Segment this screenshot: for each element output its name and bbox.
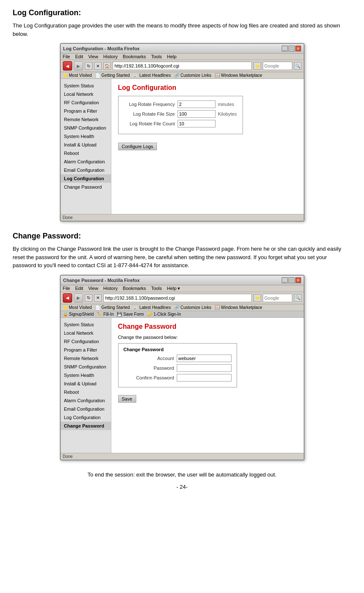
search-go-2[interactable]: 🔍	[294, 294, 302, 302]
configure-logs-button[interactable]: Configure Logs	[118, 143, 157, 150]
sidebar-remote-network-1[interactable]: Remote Network	[61, 115, 111, 124]
bm-customize-1[interactable]: 🔗 Customize Links	[174, 73, 211, 78]
sidebar-system-health-2[interactable]: System Health	[61, 371, 111, 379]
menu-view-2[interactable]: View	[88, 286, 98, 291]
sidebar-change-password-2[interactable]: Change Password	[61, 422, 111, 430]
sidebar-program-filter-2[interactable]: Program a Filter	[61, 346, 111, 354]
refresh-button-2[interactable]: ↻	[85, 294, 92, 302]
sidebar-email-config-1[interactable]: Email Configuration	[61, 166, 111, 174]
refresh-button-1[interactable]: ↻	[85, 62, 92, 70]
bm-customize-2[interactable]: 🔗 Customize Links	[174, 305, 211, 310]
address-bar-2[interactable]	[103, 294, 252, 302]
bm-headlines-2[interactable]: 📰 Latest Headlines	[133, 305, 171, 310]
sidebar-local-network-1[interactable]: Local Network	[61, 90, 111, 98]
close-button-1[interactable]: ✕	[295, 46, 301, 51]
sidebar-change-password-1[interactable]: Change Password	[61, 183, 111, 191]
address-bar-1[interactable]	[113, 62, 252, 70]
sidebar-log-config-1[interactable]: Log Configuration	[61, 174, 111, 183]
menu-edit-2[interactable]: Edit	[75, 286, 83, 291]
sidebar-1: System Status Local Network RF Configura…	[61, 79, 111, 214]
menu-tools-1[interactable]: Tools	[151, 54, 162, 59]
maximize-button-1[interactable]: □	[289, 46, 294, 51]
menu-help-2[interactable]: Help ▾	[167, 286, 181, 291]
sidebar-program-filter-1[interactable]: Program a Filter	[61, 107, 111, 115]
menu-tools-2[interactable]: Tools	[151, 286, 162, 291]
bm-getting-started-2[interactable]: 📄 Getting Started	[95, 305, 130, 310]
status-bar-2: Done	[61, 453, 304, 460]
search-go-1[interactable]: 🔍	[294, 62, 302, 70]
input-account[interactable]	[177, 355, 232, 362]
sidebar-install-upload-1[interactable]: Install & Upload	[61, 141, 111, 149]
titlebar-1: Log Configuration - Mozilla Firefox _ □ …	[61, 44, 304, 54]
back-button-1[interactable]: ◀	[63, 61, 72, 70]
home-button-1[interactable]: 🏠	[103, 62, 111, 70]
minimize-button-2[interactable]: _	[282, 277, 288, 283]
back-button-2[interactable]: ◀	[63, 293, 72, 303]
save-password-button[interactable]: Save	[118, 395, 136, 403]
sidebar-rf-config-2[interactable]: RF Configuration	[61, 337, 111, 346]
menu-bookmarks-2[interactable]: Bookmarks	[123, 286, 146, 291]
sidebar-alarm-config-1[interactable]: Alarm Configuration	[61, 157, 111, 166]
stop-button-1[interactable]: ✕	[94, 62, 102, 70]
go-button-1[interactable]: ⭐	[253, 62, 261, 70]
save-form[interactable]: 💾 Save Form	[117, 312, 144, 317]
stop-button-2[interactable]: ✕	[94, 294, 102, 302]
sidebar-remote-network-2[interactable]: Remote Network	[61, 354, 111, 363]
menu-history-2[interactable]: History	[103, 286, 118, 291]
fill-in[interactable]: ✏️ Fill-In	[97, 312, 113, 317]
menu-help-1[interactable]: Help	[167, 54, 177, 59]
input-frequency[interactable]	[178, 100, 216, 108]
menu-edit-1[interactable]: Edit	[75, 54, 83, 59]
menu-file-2[interactable]: File	[63, 286, 70, 291]
forward-button-1[interactable]: ▶	[74, 61, 83, 70]
sub-text-2: Change the password below:	[118, 335, 297, 340]
sidebar-rf-config-1[interactable]: RF Configuration	[61, 98, 111, 107]
sidebar-install-upload-2[interactable]: Install & Upload	[61, 379, 111, 388]
sidebar-system-health-1[interactable]: System Health	[61, 132, 111, 141]
go-button-2[interactable]: ⭐	[253, 294, 261, 302]
search-bar-2[interactable]	[263, 294, 292, 302]
sidebar-email-config-2[interactable]: Email Configuration	[61, 405, 111, 413]
input-filecount[interactable]	[178, 120, 216, 127]
minimize-button-1[interactable]: _	[282, 46, 288, 51]
form-row-password: Password	[124, 364, 232, 372]
close-button-2[interactable]: ✕	[295, 277, 301, 283]
maximize-button-2[interactable]: □	[289, 277, 294, 283]
sidebar-local-network-2[interactable]: Local Network	[61, 329, 111, 337]
menu-history-1[interactable]: History	[103, 54, 118, 59]
forward-button-2[interactable]: ▶	[74, 293, 83, 303]
sidebar-reboot-2[interactable]: Reboot	[61, 388, 111, 396]
bm-marketplace-2[interactable]: 🪟 Windows Marketplace	[215, 305, 262, 310]
browser-window-1: Log Configuration - Mozilla Firefox _ □ …	[60, 43, 305, 222]
sidebar-alarm-config-2[interactable]: Alarm Configuration	[61, 396, 111, 405]
label-confirm-password: Confirm Password	[124, 375, 174, 380]
signup-shield[interactable]: 🔒 SignupShield	[63, 312, 94, 317]
section2-heading: Change Password:	[13, 232, 351, 241]
bm-getting-started-1[interactable]: 📄 Getting Started	[95, 73, 130, 78]
form-row-confirm-password: Confirm Password	[124, 374, 232, 382]
menu-bookmarks-1[interactable]: Bookmarks	[123, 54, 146, 59]
menu-file-1[interactable]: File	[63, 54, 70, 59]
input-password[interactable]	[177, 364, 232, 372]
sidebar-system-status-2[interactable]: System Status	[61, 320, 111, 329]
menu-view-1[interactable]: View	[88, 54, 98, 59]
cp-form-title: Change Password	[124, 347, 232, 352]
sidebar-snmp-config-1[interactable]: SNMP Configuration	[61, 124, 111, 132]
sidebar-reboot-1[interactable]: Reboot	[61, 149, 111, 157]
sidebar-system-status-1[interactable]: System Status	[61, 81, 111, 90]
search-bar-1[interactable]	[263, 62, 292, 70]
change-password-form: Change Password Account Password Confirm…	[118, 343, 237, 387]
status-bar-1: Done	[61, 214, 304, 221]
input-confirm-password[interactable]	[177, 374, 232, 382]
sidebar-log-config-2[interactable]: Log Configuration	[61, 413, 111, 422]
browser-title-1: Log Configuration - Mozilla Firefox	[63, 46, 140, 51]
unit-frequency: minutes	[218, 102, 235, 107]
bm-most-visited-1[interactable]: ⭐ Most Visited	[63, 73, 92, 78]
bm-marketplace-1[interactable]: 🪟 Windows Marketplace	[215, 73, 262, 78]
bm-most-visited-2[interactable]: ⭐ Most Visited	[63, 305, 92, 310]
sidebar-snmp-config-2[interactable]: SNMP Configuration	[61, 363, 111, 371]
section-log-config: Log Configuration: The Log Configuration…	[13, 8, 351, 222]
bm-headlines-1[interactable]: 📰 Latest Headlines	[133, 73, 171, 78]
one-click-signin[interactable]: 🔑 1-Click Sign-In	[147, 312, 181, 317]
input-filesize[interactable]	[178, 110, 216, 118]
